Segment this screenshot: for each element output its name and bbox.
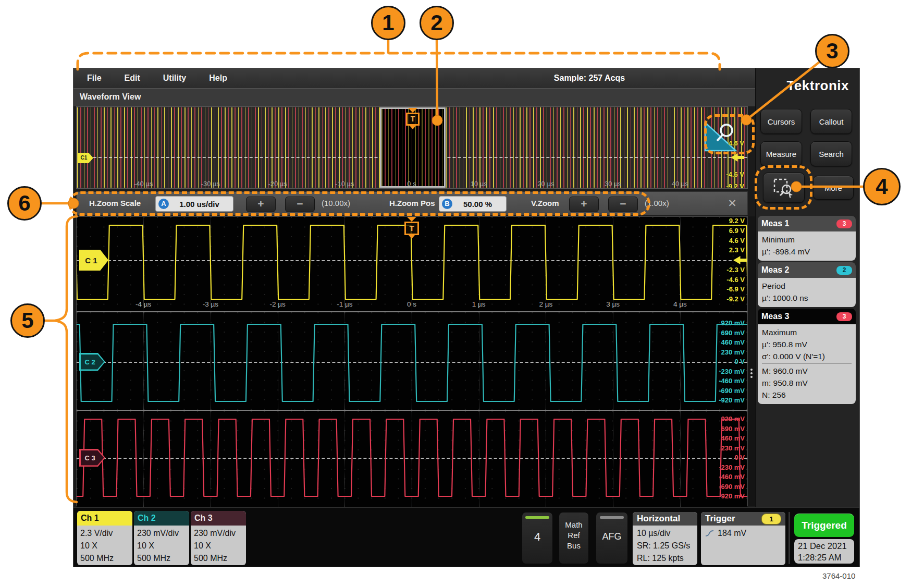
trigger-marker[interactable]: T [404,222,419,235]
channel-setting-line: 230 mV/div [194,527,243,540]
waveform-view-title: Waveform View [80,92,141,102]
meas-card-header: Meas 33 [758,309,856,324]
channel-card-settings: 2.3 V/div10 X500 MHz [77,526,132,565]
trigger-position-icon [407,217,416,222]
meas-title: Meas 2 [761,265,789,275]
channel-card-settings: 230 mV/div10 X500 MHz [191,526,246,565]
meas-card-body: Minimumµ': -898.4 mV [758,231,856,261]
meas-source-badge: 3 [836,219,852,228]
meas-card-body: Periodµ': 1000.0 ns [758,278,856,307]
drag-dot-icon [750,372,753,374]
measure-button[interactable]: Measure [760,141,802,166]
time-value: 1:28:25 AM [798,552,854,563]
trigger-marker[interactable]: T [406,113,420,126]
menu-item-edit[interactable]: Edit [125,74,140,83]
channel-card-2[interactable]: Ch 2230 mV/div10 X500 MHz [134,511,189,565]
search-button[interactable]: Search [810,141,852,166]
drag-dot-icon [750,376,753,378]
more-button[interactable]: More [813,176,854,200]
trigger-panel[interactable]: Trigger 1 184 mV [701,512,785,565]
channel-card-3[interactable]: Ch 3230 mV/div10 X500 MHz [191,511,246,565]
channel-panel-2[interactable]: 920 mV690 mV460 mV230 mV0 V-230 mV-460 m… [77,312,747,410]
overview-time-label: -10 µs [326,180,363,188]
meas-line: M: 960.0 mV [762,365,852,377]
meas-line: m: 950.8 mV [762,377,852,389]
channel4-label: 4 [522,530,552,544]
channel-setting-line: 2.3 V/div [80,527,129,540]
cursors-button[interactable]: Cursors [760,109,802,134]
meas-line: µ': -898.4 mV [762,246,852,258]
trigger-title: Trigger [705,512,735,526]
meas-line: σ': 0.000 V (N'=1) [762,350,852,362]
meas-line: µ': 950.8 mV [762,338,852,350]
close-icon[interactable]: ✕ [725,197,739,210]
callout-5: 5 [10,303,45,338]
channel4-status-line [525,516,549,519]
waveform-trace-ch3 [77,411,747,507]
trigger-level-value: 184 mV [718,527,746,540]
menu-item-file[interactable]: File [87,74,102,83]
channel-setting-line: 10 X [80,540,129,552]
menu-item-utility[interactable]: Utility [163,74,186,83]
channel-setting-line: 500 MHz [137,552,186,565]
overview-time-label: 10 µs [461,180,497,188]
horizontal-panel[interactable]: Horizontal 10 µs/divSR: 1.25 GS/sRL: 125… [633,512,697,565]
meas-card-header: Meas 22 [758,262,856,278]
meas-source-badge: 3 [836,312,852,321]
meas-card-3[interactable]: Meas 33Maximumµ': 950.8 mVσ': 0.000 V (N… [758,309,856,404]
waveform-overview[interactable]: T C1 -40 µs-30 µs-20 µs-10 µs0 s10 µs20 … [76,106,748,189]
meas-line: Minimum [762,234,852,246]
afg-label: AFG [596,531,627,542]
waveform-trace-ch2 [77,312,747,410]
channel-card-title: Ch 3 [191,511,246,526]
trigger-marker-notch [409,235,415,239]
settings-bar: 4 MathRefBus AFG Horizontal 10 µs/divSR:… [73,507,859,567]
channel-setting-line: 10 X [137,540,186,552]
menu-item-help[interactable]: Help [209,74,227,83]
callout4-highlight-ring [755,165,812,210]
channel-setting-line: 230 mV/div [137,527,186,540]
trigger-position-icon [408,108,417,113]
meas-line: µ': 1000.0 ns [762,292,852,304]
overview-volt-label: -9.2 V [726,182,744,189]
overview-time-label: -40 µs [125,180,162,188]
zoomed-waveform-area[interactable]: 9.2 V6.9 V4.6 V2.3 V-2.3 V-4.6 V-6.9 V-9… [76,216,748,506]
overview-time-label: -30 µs [192,180,229,188]
callout-4: 4 [863,168,901,205]
channel-badge-c2[interactable]: C 2 [79,353,105,371]
waveform-view-tab-bar: Waveform View [73,88,755,106]
meas-card-2[interactable]: Meas 22Periodµ': 1000.0 ns [758,262,856,307]
right-control-panel: Tektronix More CursorsCalloutMeasureSear… [755,68,859,507]
callout-button[interactable]: Callout [810,109,852,134]
callout6-highlight-ring [68,191,650,216]
channel4-button[interactable]: 4 [522,512,553,564]
channel-badge-c3[interactable]: C 3 [79,449,105,467]
channel-badge-c1[interactable]: C 1 [79,250,108,271]
meas-line: N: 256 [762,389,852,401]
channel-setting-line: 500 MHz [194,552,243,565]
callout-1: 1 [371,6,405,40]
panel-drag-handle[interactable] [748,216,755,506]
rising-edge-icon [705,529,714,538]
trigger-marker-notch [410,126,416,129]
meas-line: Maximum [762,326,852,338]
trigger-status-badge: Triggered [794,514,854,537]
callout-6: 6 [7,186,42,221]
meas-card-body: Maximumµ': 950.8 mVσ': 0.000 V (N'=1)M: … [758,324,856,404]
divider [762,363,852,364]
overview-time-label: 40 µs [662,180,698,188]
callout3-highlight-ring [704,114,755,154]
meas-card-1[interactable]: Meas 13Minimumµ': -898.4 mV [758,216,856,261]
math-ref-bus-button[interactable]: MathRefBus [559,512,589,564]
divider [789,512,790,564]
channel-card-1[interactable]: Ch 12.3 V/div10 X500 MHz [77,511,132,565]
tektronix-logo: Tektronix [786,78,849,94]
horizontal-title: Horizontal [633,512,697,526]
callout-2: 2 [420,6,454,40]
afg-button[interactable]: AFG [596,512,628,564]
channel-panel-3[interactable]: 920 mV690 mV460 mV230 mV0 V-230 mV-460 m… [77,411,747,507]
channel-panel-1[interactable]: 9.2 V6.9 V4.6 V2.3 V-2.3 V-4.6 V-6.9 V-9… [77,217,747,311]
meas-title: Meas 3 [761,312,789,321]
trigger-source-badge: 1 [761,514,781,524]
overview-time-label: 20 µs [527,180,564,188]
